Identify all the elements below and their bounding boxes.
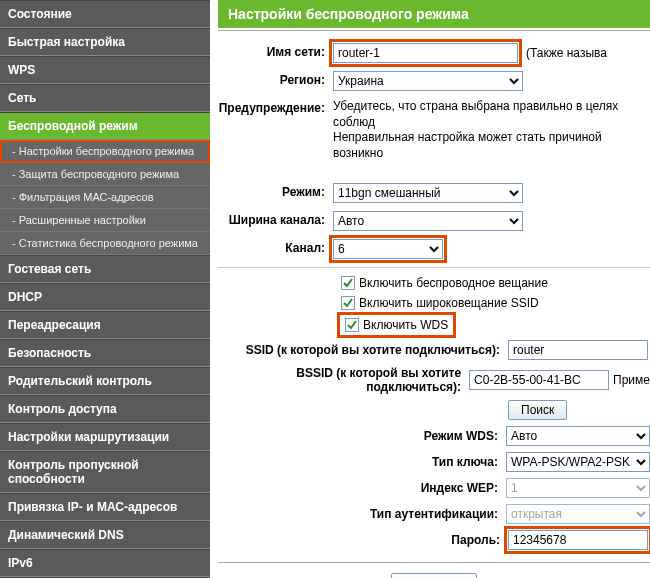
- region-label: Регион:: [218, 71, 333, 87]
- sidebar-item-status[interactable]: Состояние: [0, 0, 210, 28]
- key-type-label: Тип ключа:: [218, 455, 506, 469]
- ssid-input[interactable]: [333, 43, 518, 63]
- main-panel: Настройки беспроводного режима Имя сети:…: [210, 0, 650, 578]
- ssid-label: Имя сети:: [218, 43, 333, 59]
- mode-label: Режим:: [218, 183, 333, 199]
- sidebar-sub-wireless-settings[interactable]: - Настройки беспроводного режима: [0, 140, 210, 163]
- wep-index-select[interactable]: 1: [506, 478, 650, 498]
- wds-checkbox-label: Включить WDS: [363, 318, 448, 332]
- wds-bssid-side: Приме: [613, 373, 650, 387]
- sidebar-item-routing[interactable]: Настройки маршрутизации: [0, 423, 210, 451]
- sidebar-item-ipv6[interactable]: IPv6: [0, 549, 210, 577]
- sidebar-item-bandwidth[interactable]: Контроль пропускной способности: [0, 451, 210, 493]
- auth-type-label: Тип аутентификации:: [218, 507, 506, 521]
- key-type-select[interactable]: WPA-PSK/WPA2-PSK: [506, 452, 650, 472]
- broadcast-checkbox[interactable]: [341, 276, 355, 290]
- sidebar-item-security[interactable]: Безопасность: [0, 339, 210, 367]
- page-title: Настройки беспроводного режима: [218, 0, 650, 28]
- wep-index-label: Индекс WEP:: [218, 481, 506, 495]
- sidebar: Состояние Быстрая настройка WPS Сеть Бес…: [0, 0, 210, 578]
- ssid-side-text: (Также называ: [526, 46, 607, 60]
- wds-mode-select[interactable]: Авто: [506, 426, 650, 446]
- sidebar-sub-wireless-security[interactable]: - Защита беспроводного режима: [0, 163, 210, 186]
- width-select[interactable]: Авто: [333, 211, 523, 231]
- sidebar-sub-wireless-stats[interactable]: - Статистика беспроводного режима: [0, 232, 210, 255]
- sidebar-item-wps[interactable]: WPS: [0, 56, 210, 84]
- warning-text-2: Неправильная настройка может стать причи…: [333, 130, 650, 161]
- wds-checkbox[interactable]: [345, 318, 359, 332]
- sidebar-sub-mac-filter[interactable]: - Фильтрация МАС-адресов: [0, 186, 210, 209]
- sidebar-item-guest[interactable]: Гостевая сеть: [0, 255, 210, 283]
- sidebar-item-network[interactable]: Сеть: [0, 84, 210, 112]
- wds-ssid-label: SSID (к которой вы хотите подключиться):: [218, 343, 508, 357]
- auth-type-select[interactable]: открытая: [506, 504, 650, 524]
- warning-label: Предупреждение:: [218, 99, 333, 115]
- wds-bssid-input[interactable]: [469, 370, 609, 390]
- ssid-broadcast-checkbox[interactable]: [341, 296, 355, 310]
- wds-bssid-label: BSSID (к которой вы хотите подключиться)…: [218, 366, 469, 394]
- ssid-broadcast-checkbox-label: Включить широковещание SSID: [359, 296, 539, 310]
- channel-label: Канал:: [218, 239, 333, 255]
- save-button[interactable]: Сохранить: [391, 573, 477, 578]
- wds-mode-label: Режим WDS:: [218, 429, 506, 443]
- sidebar-sub-advanced[interactable]: - Расширенные настройки: [0, 209, 210, 232]
- password-input[interactable]: [508, 530, 648, 550]
- wds-ssid-input[interactable]: [508, 340, 648, 360]
- broadcast-checkbox-label: Включить беспроводное вещание: [359, 276, 548, 290]
- sidebar-item-ddns[interactable]: Динамический DNS: [0, 521, 210, 549]
- sidebar-item-forwarding[interactable]: Переадресация: [0, 311, 210, 339]
- sidebar-item-access-control[interactable]: Контроль доступа: [0, 395, 210, 423]
- warning-text-1: Убедитесь, что страна выбрана правильно …: [333, 99, 650, 130]
- region-select[interactable]: Украина: [333, 71, 523, 91]
- mode-select[interactable]: 11bgn смешанный: [333, 183, 523, 203]
- channel-select[interactable]: 6: [333, 239, 443, 259]
- search-button[interactable]: Поиск: [508, 400, 567, 420]
- sidebar-item-dhcp[interactable]: DHCP: [0, 283, 210, 311]
- password-label: Пароль:: [218, 533, 508, 547]
- sidebar-item-quick-setup[interactable]: Быстрая настройка: [0, 28, 210, 56]
- sidebar-item-parental[interactable]: Родительский контроль: [0, 367, 210, 395]
- sidebar-item-ip-mac-binding[interactable]: Привязка IP- и МАС-адресов: [0, 493, 210, 521]
- sidebar-item-wireless[interactable]: Беспроводной режим: [0, 112, 210, 140]
- width-label: Ширина канала:: [218, 211, 333, 227]
